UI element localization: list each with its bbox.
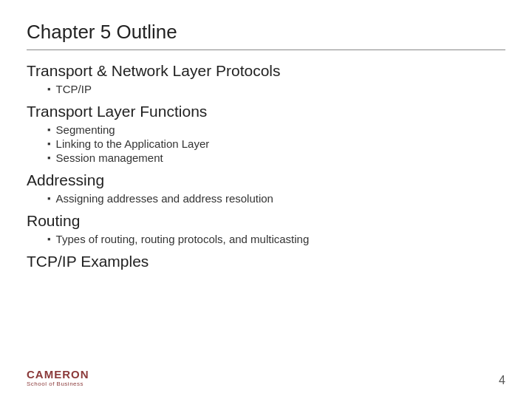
list-item: TCP/IP [47, 83, 505, 95]
list-item: Linking to the Application Layer [47, 137, 505, 150]
section-heading-3: Addressing [27, 171, 505, 189]
logo-subtitle: School of Business [27, 381, 83, 387]
bullet-list-3: Assigning addresses and address resoluti… [47, 192, 505, 205]
section-heading-2: Transport Layer Functions [27, 103, 505, 120]
section-transport-network: Transport & Network Layer Protocols TCP/… [27, 62, 505, 95]
footer: CAMERON School of Business 4 [0, 368, 532, 387]
section-heading-4: Routing [27, 212, 505, 230]
slide: Chapter 5 Outline Transport & Network La… [0, 0, 532, 399]
section-heading-1: Transport & Network Layer Protocols [27, 62, 505, 80]
bullet-list-1: TCP/IP [47, 83, 505, 95]
page-number: 4 [499, 374, 505, 387]
list-item: Assigning addresses and address resoluti… [47, 192, 505, 205]
bullet-list-4: Types of routing, routing protocols, and… [47, 233, 505, 245]
logo-area: CAMERON School of Business [27, 368, 89, 387]
section-routing: Routing Types of routing, routing protoc… [27, 212, 505, 245]
list-item: Session management [47, 151, 505, 164]
list-item: Segmenting [47, 123, 505, 136]
logo-name: CAMERON [27, 368, 89, 381]
section-tcpip: TCP/IP Examples [27, 253, 505, 270]
section-heading-5: TCP/IP Examples [27, 253, 505, 270]
section-addressing: Addressing Assigning addresses and addre… [27, 171, 505, 205]
bullet-list-2: Segmenting Linking to the Application La… [47, 123, 505, 164]
list-item: Types of routing, routing protocols, and… [47, 233, 505, 245]
title-divider [27, 50, 505, 50]
slide-title: Chapter 5 Outline [27, 21, 505, 44]
section-transport-layer: Transport Layer Functions Segmenting Lin… [27, 103, 505, 164]
